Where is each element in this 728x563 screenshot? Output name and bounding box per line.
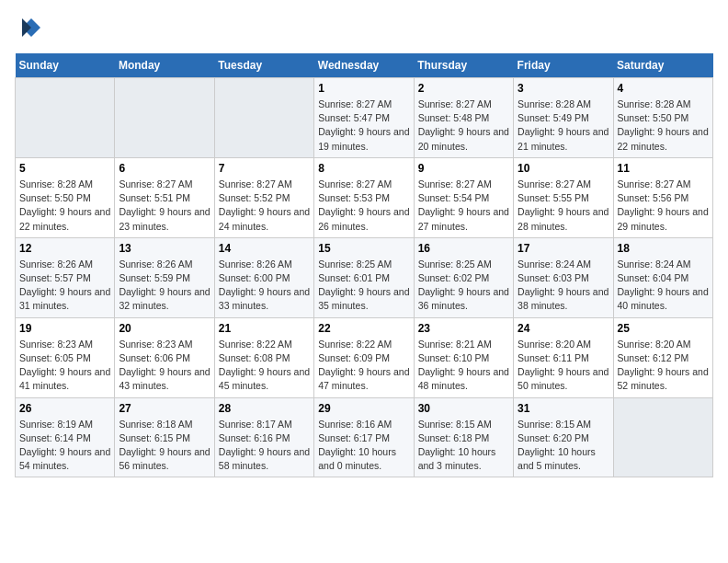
day-number: 18 — [618, 242, 709, 255]
day-detail: Sunrise: 8:28 AMSunset: 5:49 PMDaylight:… — [518, 98, 609, 154]
calendar-day-cell: 30Sunrise: 8:15 AMSunset: 6:18 PMDayligh… — [414, 397, 513, 477]
page-header — [15, 15, 713, 42]
day-number: 28 — [219, 402, 310, 415]
day-number: 6 — [119, 162, 210, 175]
calendar-day-cell: 7Sunrise: 8:27 AMSunset: 5:52 PMDaylight… — [214, 157, 313, 237]
weekday-header: Tuesday — [214, 53, 313, 78]
day-number: 10 — [518, 162, 609, 175]
weekday-header: Friday — [514, 53, 613, 78]
day-detail: Sunrise: 8:25 AMSunset: 6:01 PMDaylight:… — [318, 258, 409, 314]
day-number: 26 — [19, 402, 110, 415]
day-number: 23 — [418, 322, 509, 335]
day-number: 20 — [119, 322, 210, 335]
calendar-week-row: 1Sunrise: 8:27 AMSunset: 5:47 PMDaylight… — [16, 78, 713, 158]
day-detail: Sunrise: 8:28 AMSunset: 5:50 PMDaylight:… — [618, 98, 709, 154]
day-number: 27 — [119, 402, 210, 415]
calendar-day-cell: 31Sunrise: 8:15 AMSunset: 6:20 PMDayligh… — [514, 397, 613, 477]
day-detail: Sunrise: 8:17 AMSunset: 6:16 PMDaylight:… — [219, 418, 310, 474]
logo — [15, 15, 44, 42]
day-number: 15 — [318, 242, 409, 255]
calendar-day-cell: 29Sunrise: 8:16 AMSunset: 6:17 PMDayligh… — [314, 397, 414, 477]
calendar-day-cell — [613, 397, 712, 477]
day-detail: Sunrise: 8:27 AMSunset: 5:55 PMDaylight:… — [518, 178, 609, 234]
day-number: 8 — [318, 162, 409, 175]
day-detail: Sunrise: 8:27 AMSunset: 5:52 PMDaylight:… — [219, 178, 310, 234]
day-number: 9 — [418, 162, 509, 175]
day-number: 5 — [19, 162, 110, 175]
calendar-day-cell: 18Sunrise: 8:24 AMSunset: 6:04 PMDayligh… — [613, 237, 712, 317]
day-detail: Sunrise: 8:24 AMSunset: 6:03 PMDaylight:… — [518, 258, 609, 314]
day-number: 11 — [618, 162, 709, 175]
calendar-day-cell: 27Sunrise: 8:18 AMSunset: 6:15 PMDayligh… — [115, 397, 214, 477]
weekday-header: Wednesday — [314, 53, 414, 78]
day-number: 31 — [518, 402, 609, 415]
day-number: 4 — [618, 82, 709, 95]
day-number: 25 — [618, 322, 709, 335]
day-number: 21 — [219, 322, 310, 335]
calendar-day-cell: 10Sunrise: 8:27 AMSunset: 5:55 PMDayligh… — [514, 157, 613, 237]
calendar-day-cell: 24Sunrise: 8:20 AMSunset: 6:11 PMDayligh… — [514, 317, 613, 397]
calendar-week-row: 19Sunrise: 8:23 AMSunset: 6:05 PMDayligh… — [16, 317, 713, 397]
logo-icon — [15, 15, 42, 42]
day-detail: Sunrise: 8:15 AMSunset: 6:20 PMDaylight:… — [518, 418, 609, 474]
day-detail: Sunrise: 8:20 AMSunset: 6:11 PMDaylight:… — [518, 338, 609, 394]
calendar-day-cell: 5Sunrise: 8:28 AMSunset: 5:50 PMDaylight… — [16, 157, 115, 237]
day-detail: Sunrise: 8:23 AMSunset: 6:06 PMDaylight:… — [119, 338, 210, 394]
day-number: 3 — [518, 82, 609, 95]
day-detail: Sunrise: 8:27 AMSunset: 5:51 PMDaylight:… — [119, 178, 210, 234]
day-number: 12 — [19, 242, 110, 255]
calendar-day-cell: 13Sunrise: 8:26 AMSunset: 5:59 PMDayligh… — [115, 237, 214, 317]
weekday-header: Sunday — [16, 53, 115, 78]
day-detail: Sunrise: 8:18 AMSunset: 6:15 PMDaylight:… — [119, 418, 210, 474]
calendar-day-cell: 26Sunrise: 8:19 AMSunset: 6:14 PMDayligh… — [16, 397, 115, 477]
day-detail: Sunrise: 8:21 AMSunset: 6:10 PMDaylight:… — [418, 338, 509, 394]
day-detail: Sunrise: 8:23 AMSunset: 6:05 PMDaylight:… — [19, 338, 110, 394]
day-number: 17 — [518, 242, 609, 255]
day-detail: Sunrise: 8:27 AMSunset: 5:47 PMDaylight:… — [318, 98, 409, 154]
calendar-header-row: SundayMondayTuesdayWednesdayThursdayFrid… — [16, 53, 713, 78]
calendar-table: SundayMondayTuesdayWednesdayThursdayFrid… — [15, 53, 713, 477]
calendar-day-cell: 25Sunrise: 8:20 AMSunset: 6:12 PMDayligh… — [613, 317, 712, 397]
calendar-week-row: 26Sunrise: 8:19 AMSunset: 6:14 PMDayligh… — [16, 397, 713, 477]
calendar-day-cell: 17Sunrise: 8:24 AMSunset: 6:03 PMDayligh… — [514, 237, 613, 317]
calendar-week-row: 5Sunrise: 8:28 AMSunset: 5:50 PMDaylight… — [16, 157, 713, 237]
calendar-day-cell — [115, 78, 214, 158]
day-detail: Sunrise: 8:19 AMSunset: 6:14 PMDaylight:… — [19, 418, 110, 474]
day-detail: Sunrise: 8:26 AMSunset: 5:57 PMDaylight:… — [19, 258, 110, 314]
calendar-week-row: 12Sunrise: 8:26 AMSunset: 5:57 PMDayligh… — [16, 237, 713, 317]
day-detail: Sunrise: 8:27 AMSunset: 5:48 PMDaylight:… — [418, 98, 509, 154]
day-detail: Sunrise: 8:27 AMSunset: 5:54 PMDaylight:… — [418, 178, 509, 234]
calendar-day-cell: 9Sunrise: 8:27 AMSunset: 5:54 PMDaylight… — [414, 157, 513, 237]
calendar-day-cell: 6Sunrise: 8:27 AMSunset: 5:51 PMDaylight… — [115, 157, 214, 237]
calendar-day-cell: 1Sunrise: 8:27 AMSunset: 5:47 PMDaylight… — [314, 78, 414, 158]
day-number: 30 — [418, 402, 509, 415]
day-number: 13 — [119, 242, 210, 255]
day-detail: Sunrise: 8:24 AMSunset: 6:04 PMDaylight:… — [618, 258, 709, 314]
calendar-day-cell: 2Sunrise: 8:27 AMSunset: 5:48 PMDaylight… — [414, 78, 513, 158]
day-number: 24 — [518, 322, 609, 335]
day-detail: Sunrise: 8:26 AMSunset: 6:00 PMDaylight:… — [219, 258, 310, 314]
day-number: 14 — [219, 242, 310, 255]
calendar-day-cell: 20Sunrise: 8:23 AMSunset: 6:06 PMDayligh… — [115, 317, 214, 397]
day-number: 1 — [318, 82, 409, 95]
calendar-day-cell: 22Sunrise: 8:22 AMSunset: 6:09 PMDayligh… — [314, 317, 414, 397]
day-number: 7 — [219, 162, 310, 175]
calendar-day-cell: 3Sunrise: 8:28 AMSunset: 5:49 PMDaylight… — [514, 78, 613, 158]
day-detail: Sunrise: 8:15 AMSunset: 6:18 PMDaylight:… — [418, 418, 509, 474]
calendar-day-cell: 23Sunrise: 8:21 AMSunset: 6:10 PMDayligh… — [414, 317, 513, 397]
calendar-day-cell: 15Sunrise: 8:25 AMSunset: 6:01 PMDayligh… — [314, 237, 414, 317]
day-number: 2 — [418, 82, 509, 95]
calendar-day-cell — [16, 78, 115, 158]
day-number: 22 — [318, 322, 409, 335]
calendar-day-cell: 28Sunrise: 8:17 AMSunset: 6:16 PMDayligh… — [214, 397, 313, 477]
day-detail: Sunrise: 8:27 AMSunset: 5:56 PMDaylight:… — [618, 178, 709, 234]
calendar-day-cell: 14Sunrise: 8:26 AMSunset: 6:00 PMDayligh… — [214, 237, 313, 317]
calendar-day-cell: 19Sunrise: 8:23 AMSunset: 6:05 PMDayligh… — [16, 317, 115, 397]
day-number: 16 — [418, 242, 509, 255]
weekday-header: Thursday — [414, 53, 513, 78]
day-number: 19 — [19, 322, 110, 335]
calendar-day-cell: 11Sunrise: 8:27 AMSunset: 5:56 PMDayligh… — [613, 157, 712, 237]
day-number: 29 — [318, 402, 409, 415]
day-detail: Sunrise: 8:27 AMSunset: 5:53 PMDaylight:… — [318, 178, 409, 234]
calendar-day-cell: 8Sunrise: 8:27 AMSunset: 5:53 PMDaylight… — [314, 157, 414, 237]
